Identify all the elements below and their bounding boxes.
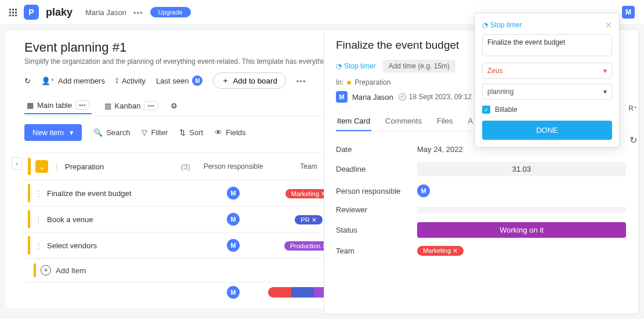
collapse-icon[interactable]: ⌄ — [35, 160, 48, 173]
group-color-bar — [28, 158, 31, 175]
table-icon: ▦ — [27, 101, 34, 110]
group-color-bar — [28, 236, 30, 255]
popup-header-label: Stop timer — [490, 21, 522, 29]
filter-label: Filter — [151, 128, 168, 137]
sync-icon[interactable]: ↻ — [629, 135, 637, 146]
team-badge: PR ✕ — [295, 215, 322, 224]
stop-timer-link[interactable]: ◔ Stop timer — [336, 62, 376, 70]
main-table-label: Main table — [37, 101, 72, 110]
last-seen-label: Last seen — [156, 77, 189, 85]
field-label: Person responsible — [336, 187, 417, 195]
kanban-label: Kanban — [115, 102, 141, 110]
cell-person[interactable]: M — [198, 187, 268, 200]
sync-icon[interactable]: ↻ — [24, 77, 31, 85]
sort-icon: ⇅ — [179, 128, 186, 137]
done-button[interactable]: DONE — [482, 121, 612, 140]
group-color-bar — [34, 263, 36, 277]
field-reviewer: Reviewer — [336, 201, 627, 218]
close-icon[interactable]: ✕ — [605, 20, 612, 30]
tab-options-icon[interactable]: ••• — [75, 100, 89, 110]
search-label: Search — [106, 128, 130, 137]
plus-circle-icon: + — [41, 265, 51, 276]
search-button[interactable]: 🔍Search — [93, 128, 130, 137]
add-time-input[interactable]: Add time (e.g. 15m) — [383, 60, 455, 72]
activity-label: Activity — [122, 77, 146, 85]
cell-person[interactable]: M — [198, 239, 268, 252]
timer-tag-select[interactable]: planning ▾ — [482, 84, 612, 100]
tab-options-icon[interactable]: ••• — [144, 101, 158, 110]
tab-files[interactable]: Files — [436, 112, 454, 131]
team-pill[interactable]: Marketing ✕ — [417, 246, 464, 256]
activity-button[interactable]: ⟟ Activity — [115, 76, 146, 85]
cell-person[interactable]: M — [198, 213, 268, 226]
person-avatar: M — [227, 239, 240, 252]
field-person-avatar[interactable]: M — [417, 184, 430, 197]
timer-icon: ◔ — [482, 21, 488, 29]
new-item-button[interactable]: New item ▾ — [24, 124, 82, 141]
field-label: Status — [336, 226, 417, 234]
header-more-icon[interactable]: ••• — [133, 8, 143, 17]
last-seen-avatar: M — [192, 75, 202, 86]
field-label: Reviewer — [336, 205, 417, 214]
field-label: Deadline — [336, 165, 417, 173]
filter-icon: ▽ — [142, 128, 147, 137]
logo-text: plaky — [46, 6, 73, 19]
add-to-board-button[interactable]: ＋ Add to board — [213, 72, 285, 89]
fields-label: Fields — [226, 128, 246, 137]
user-avatar-badge[interactable]: M — [622, 6, 635, 19]
chart-icon: ⟟ — [115, 76, 118, 85]
field-status: Status Working on it — [336, 218, 627, 242]
timer-project-select[interactable]: Zeus ▾ — [482, 63, 612, 79]
tab-more[interactable]: A — [466, 112, 474, 131]
drag-icon[interactable]: ⋮ — [35, 241, 42, 250]
person-avatar: M — [227, 187, 240, 200]
apps-grid-icon[interactable] — [9, 9, 17, 16]
group-count: (3) — [181, 162, 190, 171]
detail-group-name[interactable]: Preparation — [354, 78, 390, 86]
chevron-down-icon: ▾ — [70, 128, 74, 137]
tab-main-table[interactable]: ▦ Main table ••• — [24, 97, 92, 114]
side-action-icon[interactable]: R⁺ — [628, 104, 637, 113]
tab-kanban[interactable]: ▥ Kanban ••• — [102, 97, 160, 114]
eye-icon: 👁 — [215, 128, 222, 137]
column-header-person[interactable]: Person responsible — [198, 158, 268, 175]
project-value: Zeus — [487, 67, 503, 75]
drag-icon[interactable]: ⋮ — [35, 215, 42, 224]
checkbox-checked-icon: ✓ — [482, 106, 490, 114]
summary-person-avatar: M — [227, 286, 240, 299]
popup-stop-timer-header: ◔ Stop timer — [482, 21, 522, 29]
drag-icon[interactable]: ⋮ — [53, 162, 60, 171]
current-user-name[interactable]: Maria Jason — [85, 8, 126, 17]
field-value-box[interactable] — [417, 207, 626, 213]
tab-comments[interactable]: Comments — [384, 112, 423, 131]
group-color-bar — [28, 184, 30, 202]
billable-toggle[interactable]: ✓ Billable — [482, 106, 612, 114]
status-pill[interactable]: Working on it — [417, 222, 626, 238]
group-color-dot — [347, 81, 351, 85]
sort-button[interactable]: ⇅Sort — [179, 128, 203, 137]
in-label: In: — [336, 78, 343, 86]
timer-task-input[interactable] — [482, 34, 612, 56]
logo-badge: P — [24, 5, 39, 20]
item-name[interactable]: Select vendors — [47, 241, 97, 250]
expand-handle[interactable]: › — [12, 157, 22, 170]
filter-button[interactable]: ▽Filter — [142, 128, 168, 137]
group-name[interactable]: Preparation — [65, 162, 104, 171]
group-color-bar — [28, 210, 30, 229]
upgrade-button[interactable]: Upgrade — [150, 7, 191, 17]
fields-button[interactable]: 👁Fields — [215, 128, 246, 137]
chevron-down-icon: ▾ — [603, 67, 607, 75]
item-name[interactable]: Book a venue — [47, 215, 93, 224]
toolbar-more-icon[interactable]: ••• — [296, 77, 306, 85]
add-members-button[interactable]: 👤⁺ Add members — [41, 77, 105, 85]
detail-person-name: Maria Jason — [352, 93, 393, 102]
new-item-label: New item — [32, 128, 64, 137]
stop-timer-label: Stop timer — [344, 62, 376, 70]
field-person: Person responsible M — [336, 180, 627, 201]
last-seen-indicator[interactable]: Last seen M — [156, 75, 202, 86]
drag-icon[interactable]: ⋮ — [35, 189, 42, 198]
item-name[interactable]: Finalize the event budget — [47, 189, 131, 198]
field-value-box[interactable]: 31.03 — [417, 162, 626, 176]
tab-item-card[interactable]: Item Card — [336, 112, 371, 131]
gear-icon[interactable]: ⚙ — [171, 102, 178, 110]
